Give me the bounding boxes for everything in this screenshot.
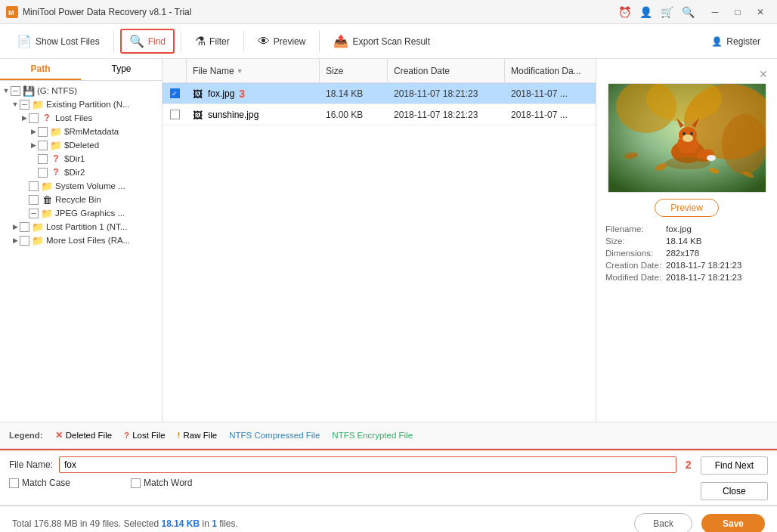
expand-icon-lostpart[interactable]: ▶ <box>11 222 20 231</box>
checkbox-rmmetadata[interactable] <box>38 127 48 137</box>
cell-check-fox[interactable]: ✓ <box>163 88 187 98</box>
file-checkbox-sunshine[interactable] <box>170 110 180 119</box>
tree-node-label-deleted: $Deleted <box>64 141 99 150</box>
col-header-modification[interactable]: Modification Da... <box>505 59 596 82</box>
preview-panel: ✕ <box>596 59 777 422</box>
tree-item-deleted[interactable]: ▶ 📁 $Deleted <box>0 138 162 152</box>
close-button[interactable]: ✕ <box>750 4 771 20</box>
col-header-filename[interactable]: File Name ▼ <box>187 59 320 82</box>
preview-icon: 👁 <box>258 35 270 48</box>
checkbox-dir2[interactable] <box>38 168 48 178</box>
svg-point-13 <box>683 132 686 135</box>
folder-exclaim-icon: 📁 <box>32 235 44 246</box>
tree-item-dir1[interactable]: ▶ ? $Dir1 <box>0 152 162 165</box>
user-icon[interactable]: 👤 <box>638 5 653 20</box>
find-button[interactable]: 🔍 Find <box>120 29 175 54</box>
tab-path[interactable]: Path <box>0 59 81 80</box>
export-icon: 📤 <box>333 34 348 48</box>
header-checkbox[interactable] <box>163 59 187 82</box>
close-button[interactable]: Close <box>701 482 768 500</box>
find-row1: File Name: 2 <box>9 456 692 473</box>
cell-check-sunshine[interactable] <box>163 110 187 119</box>
tree-item-lostfiles[interactable]: ▶ ? Lost Files <box>0 111 162 125</box>
checkbox-deleted[interactable] <box>38 141 48 150</box>
expand-icon-existing[interactable]: ▼ <box>11 100 20 109</box>
checkbox-recycle[interactable] <box>29 195 39 205</box>
match-word-label[interactable]: Match Word <box>131 478 192 488</box>
maximize-button[interactable]: □ <box>727 4 748 20</box>
file-info: Filename: fox.jpg Size: 18.14 KB Dimensi… <box>605 224 768 285</box>
back-button[interactable]: Back <box>634 513 692 533</box>
file-row-fox[interactable]: ✓ 🖼 fox.jpg 3 18.14 KB 2018-11-07 18:21:… <box>163 83 596 104</box>
checkbox-lostpart[interactable] <box>20 222 29 232</box>
export-scan-button[interactable]: 📤 Export Scan Result <box>326 30 438 52</box>
titlebar: M MiniTool Power Data Recovery v8.1 - Tr… <box>0 0 777 24</box>
checkbox-morelost[interactable] <box>20 236 29 246</box>
info-value-size: 18.14 KB <box>666 237 701 246</box>
legend-deleted-icon: ✕ <box>55 430 63 441</box>
col-header-creation[interactable]: Creation Date <box>388 59 505 82</box>
tree-item-rmmetadata[interactable]: ▶ 📁 $RmMetadata <box>0 125 162 138</box>
file-icon-fox: 🖼 <box>193 88 205 99</box>
recycle-icon: 🗑 <box>41 194 53 205</box>
checkbox-root[interactable]: ─ <box>11 86 20 96</box>
expand-icon-rmmetadata[interactable]: ▶ <box>29 127 38 136</box>
col-header-size[interactable]: Size <box>320 59 388 82</box>
save-button[interactable]: Save <box>701 514 765 533</box>
files-text: files. <box>217 518 238 529</box>
checkbox-existing[interactable]: ─ <box>20 100 29 110</box>
file-row-sunshine[interactable]: 🖼 sunshine.jpg 16.00 KB 2018-11-07 18:21… <box>163 104 596 125</box>
match-case-label[interactable]: Match Case <box>9 478 70 488</box>
tree-node-label-rmmetadata: $RmMetadata <box>64 127 119 136</box>
expand-icon-deleted[interactable]: ▶ <box>29 141 38 150</box>
cell-filename-sunshine: 🖼 sunshine.jpg <box>187 110 320 120</box>
info-label-filename: Filename: <box>605 224 666 234</box>
file-checkbox-fox[interactable]: ✓ <box>170 88 180 98</box>
filter-button[interactable]: ⚗ Filter <box>187 30 237 52</box>
expand-icon-root[interactable]: ▼ <box>2 86 11 95</box>
tree-item-systemvol[interactable]: ▶ 📁 System Volume ... <box>0 179 162 193</box>
preview-image <box>608 83 766 193</box>
tree-item-root[interactable]: ▼ ─ 💾 (G: NTFS) <box>0 84 162 97</box>
preview-close-button[interactable]: ✕ <box>759 68 768 80</box>
find-label: File Name: <box>9 459 53 470</box>
preview-button[interactable]: 👁 Preview <box>250 31 314 52</box>
tree-item-morelost[interactable]: ▶ 📁 More Lost Files (RA... <box>0 234 162 247</box>
help-icon[interactable]: ⏰ <box>617 5 632 20</box>
cell-size-sunshine: 16.00 KB <box>320 110 388 120</box>
cell-modification-sunshine: 2018-11-07 ... <box>505 110 596 120</box>
checkbox-jpeg[interactable]: ─ <box>29 209 39 218</box>
preview-image-button[interactable]: Preview <box>655 199 719 217</box>
tree-item-jpeg[interactable]: ▶ ─ 📁 JPEG Graphics ... <box>0 206 162 220</box>
tree-item-existing[interactable]: ▼ ─ 📁 Existing Partition (N... <box>0 97 162 111</box>
register-button[interactable]: 👤 Register <box>704 32 768 51</box>
find-next-button[interactable]: Find Next <box>701 456 768 475</box>
show-lost-files-button[interactable]: 📄 Show Lost Files <box>9 30 107 52</box>
info-label-creation: Creation Date: <box>605 261 666 270</box>
find-icon: 🔍 <box>129 34 144 48</box>
tree-item-lostpart[interactable]: ▶ 📁 Lost Partition 1 (NT... <box>0 220 162 234</box>
legend-lost: ? Lost File <box>124 431 166 440</box>
minimize-button[interactable]: ─ <box>704 4 726 20</box>
match-case-checkbox[interactable] <box>9 478 19 488</box>
find-panel: File Name: 2 Match Case Match Word Find … <box>0 449 777 506</box>
toolbar-separator-2 <box>181 31 181 52</box>
tree-item-recycle[interactable]: ▶ 🗑 Recycle Bin <box>0 193 162 206</box>
toolbar-separator-4 <box>319 31 320 52</box>
checkbox-systemvol[interactable] <box>29 181 39 191</box>
cart-icon[interactable]: 🛒 <box>659 5 674 20</box>
find-input[interactable] <box>60 457 676 472</box>
tree-node-label-dir1: $Dir1 <box>64 154 85 163</box>
cell-filename-fox: 🖼 fox.jpg 3 <box>187 88 320 100</box>
checkbox-lostfiles[interactable] <box>29 113 39 123</box>
search-icon[interactable]: 🔍 <box>680 5 695 20</box>
cell-modification-fox: 2018-11-07 ... <box>505 88 596 99</box>
legend-raw-label: Raw File <box>183 431 217 440</box>
checkbox-dir1[interactable] <box>38 154 48 164</box>
expand-icon-morelost[interactable]: ▶ <box>11 236 20 245</box>
match-word-checkbox[interactable] <box>131 478 141 488</box>
tab-type[interactable]: Type <box>81 59 162 80</box>
legend-ntfs-e-label: NTFS Encrypted File <box>332 431 413 440</box>
tree-item-dir2[interactable]: ▶ ? $Dir2 <box>0 165 162 179</box>
expand-icon-lostfiles[interactable]: ▶ <box>20 113 29 122</box>
